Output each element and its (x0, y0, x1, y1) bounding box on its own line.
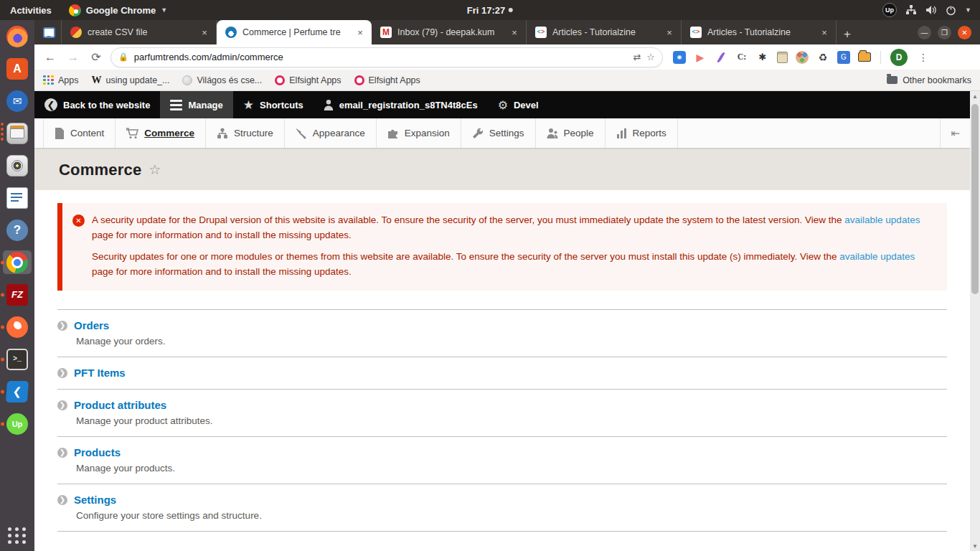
close-icon[interactable]: × (199, 27, 210, 38)
dock-item-firefox[interactable] (3, 24, 32, 48)
recycle-extension-icon[interactable]: ♻ (816, 51, 829, 64)
pinned-tab[interactable] (34, 20, 62, 44)
dock-item-vscode[interactable]: ❮ (3, 380, 32, 403)
palette-extension-icon[interactable] (796, 51, 809, 64)
colorzilla-extension-icon[interactable]: C: (735, 51, 748, 64)
menu-item-expansion[interactable]: Expansion (377, 118, 461, 148)
maximize-button[interactable]: ❐ (938, 26, 951, 39)
profile-avatar[interactable]: D (890, 49, 908, 66)
tab-articles-2[interactable]: Articles - Tutorialzine × (682, 20, 837, 44)
menu-item-content[interactable]: Content (43, 118, 116, 148)
minimize-button[interactable]: — (918, 26, 931, 39)
dock-item-terminal[interactable]: >_ (3, 347, 32, 371)
bookmark-wikipedia[interactable]: W using update_... (92, 75, 170, 86)
chevron-down-icon[interactable]: ▼ (965, 6, 971, 14)
devel-tab[interactable]: ⚙ Devel (488, 91, 549, 118)
drupal-admin-menu: Content Commerce Structure Appearance (34, 118, 970, 149)
toolbar-orientation-toggle[interactable]: ⇤ (940, 118, 970, 148)
page-body: ✕ A security update for the Drupal versi… (34, 190, 970, 532)
screen-capture-extension-icon[interactable]: ◉ (673, 51, 686, 64)
section-description: Manage your orders. (76, 336, 947, 347)
close-icon[interactable]: × (664, 27, 675, 38)
available-updates-link[interactable]: available updates (842, 215, 920, 225)
close-icon[interactable]: × (354, 27, 366, 38)
section-description: Manage your products. (76, 463, 947, 474)
bookmark-vilagos[interactable]: Világos és cse... (182, 75, 262, 85)
scrollbar-thumb[interactable] (971, 104, 979, 294)
bookmark-elfsight-2[interactable]: Elfsight Apps (354, 75, 420, 85)
menu-item-commerce[interactable]: Commerce (116, 118, 206, 148)
new-tab-button[interactable]: + (837, 24, 858, 44)
upwork-tray-icon[interactable]: Up (882, 3, 897, 17)
dock-item-thunderbird[interactable]: ✉ (3, 89, 32, 113)
dock-item-chrome[interactable] (3, 250, 32, 274)
close-icon[interactable]: × (819, 27, 830, 38)
product-attributes-link[interactable]: Product attributes (74, 399, 166, 411)
network-icon[interactable] (905, 5, 917, 15)
dock-item-help[interactable]: ? (3, 218, 32, 242)
forward-button[interactable]: → (65, 51, 82, 64)
back-to-website-link[interactable]: ❮ Back to the website (34, 91, 160, 118)
reload-button[interactable]: ⟳ (88, 50, 105, 64)
scroll-down-icon[interactable]: ▼ (972, 541, 978, 551)
terminal-icon: >_ (6, 349, 28, 370)
other-bookmarks[interactable]: Other bookmarks (887, 75, 971, 85)
close-window-button[interactable]: ✕ (958, 26, 971, 39)
menu-item-reports[interactable]: Reports (606, 118, 678, 148)
dock-item-files[interactable] (3, 121, 32, 145)
scroll-up-icon[interactable]: ▲ (972, 91, 978, 101)
dock-item-upwork[interactable]: Up (3, 412, 32, 435)
player-extension-icon[interactable]: ▶ (694, 51, 707, 64)
debugger-extension-icon[interactable]: ✱ (756, 51, 769, 64)
dock-item-filezilla[interactable]: FZ (3, 283, 32, 306)
back-button[interactable]: ← (42, 51, 59, 64)
volume-icon[interactable] (925, 5, 937, 15)
menu-item-structure[interactable]: Structure (206, 118, 285, 148)
folder-extension-icon[interactable] (858, 51, 871, 64)
activities-button[interactable]: Activities (0, 5, 62, 16)
bookmark-apps[interactable]: Apps (43, 75, 79, 85)
translate-extension-icon[interactable]: G (837, 51, 850, 64)
show-applications-button[interactable] (8, 527, 27, 544)
security-message-1: A security update for the Drupal version… (92, 213, 933, 242)
bookmark-elfsight-1[interactable]: Elfsight Apps (275, 75, 341, 85)
shortcut-star-icon[interactable]: ☆ (149, 161, 161, 178)
settings-link[interactable]: Settings (74, 494, 116, 506)
tab-articles-1[interactable]: Articles - Tutorialzine × (527, 20, 682, 44)
menu-label: People (564, 128, 594, 138)
shortcuts-tab[interactable]: ★ Shortcuts (233, 91, 314, 118)
address-bar[interactable]: 🔒 parfumtrends.com/admin/commerce ⇄ ☆ (110, 47, 663, 67)
menu-item-settings[interactable]: Settings (461, 118, 536, 148)
dock-item-postman[interactable] (3, 315, 32, 339)
dock-item-ubuntu-software[interactable]: A (3, 57, 32, 80)
drupal-admin-toolbar: ❮ Back to the website Manage ★ Shortcuts… (34, 91, 970, 118)
tab-commerce-active[interactable]: Commerce | Perfume tre × (217, 20, 372, 44)
close-icon[interactable]: × (509, 27, 520, 38)
bookmark-star-icon[interactable]: ☆ (646, 52, 655, 62)
browser-menu-icon[interactable]: ⋮ (915, 52, 931, 63)
pft-items-link[interactable]: PFT Items (74, 367, 126, 379)
page-scrollbar[interactable]: ▲ ▼ (970, 91, 980, 551)
menu-item-appearance[interactable]: Appearance (285, 118, 377, 148)
app-menu[interactable]: Google Chrome ▼ (62, 4, 174, 17)
translate-icon[interactable]: ⇄ (633, 52, 641, 62)
paintbrush-icon (296, 128, 307, 139)
lock-icon[interactable]: 🔒 (118, 52, 128, 62)
manage-tab[interactable]: Manage (160, 91, 232, 118)
user-account-tab[interactable]: email_registration_s8TN4t8cEs (314, 91, 488, 118)
clock[interactable]: Fri 17:27 (467, 5, 513, 16)
bookmark-label: using update_... (106, 75, 170, 85)
url-text[interactable]: parfumtrends.com/admin/commerce (134, 52, 628, 62)
dock-item-music[interactable] (3, 154, 32, 177)
available-updates-link[interactable]: available updates (837, 251, 915, 262)
tab-create-csv[interactable]: create CSV file × (62, 20, 217, 44)
toolbar-label: Shortcuts (260, 100, 303, 110)
dock-item-libreoffice-writer[interactable] (3, 186, 32, 209)
stylus-extension-icon[interactable] (715, 51, 727, 64)
products-link[interactable]: Products (74, 446, 121, 458)
orders-link[interactable]: Orders (74, 319, 109, 331)
power-icon[interactable] (946, 5, 956, 16)
tab-inbox[interactable]: M Inbox (79) - deepak.kum × (372, 20, 527, 44)
notepad-extension-icon[interactable] (777, 52, 788, 63)
menu-item-people[interactable]: People (536, 118, 606, 148)
